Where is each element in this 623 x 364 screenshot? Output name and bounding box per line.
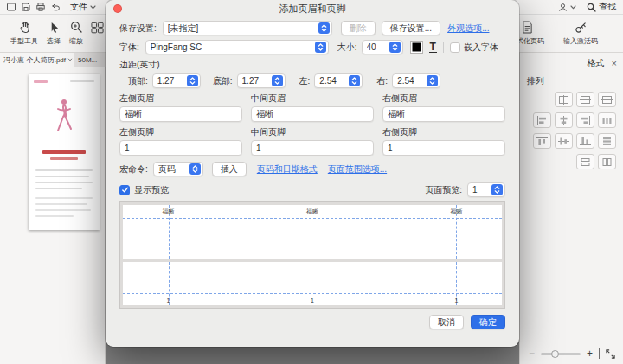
margin-top-label: 顶部: xyxy=(128,75,148,87)
align-bottom-button[interactable] xyxy=(576,133,594,149)
align-center-button[interactable] xyxy=(555,112,573,128)
size-select[interactable]: 40 xyxy=(362,40,403,54)
preview-footer-right: 1 xyxy=(454,297,458,303)
activation-code-button[interactable]: 输入激活码 xyxy=(559,19,602,48)
activation-code-label: 输入激活码 xyxy=(563,36,598,46)
header-left-input[interactable]: 福晰 xyxy=(119,106,242,122)
thumb-text-line xyxy=(35,182,93,183)
cursor-icon xyxy=(48,21,60,34)
close-panel-button[interactable]: × xyxy=(612,59,617,68)
center-vertical-button[interactable] xyxy=(576,92,594,107)
footer-center-input[interactable]: 1 xyxy=(251,140,374,156)
center-horizontal-button[interactable] xyxy=(555,92,573,107)
save-icon[interactable] xyxy=(22,3,30,11)
show-preview-checkbox[interactable] xyxy=(119,185,130,195)
show-preview-label: 显示预览 xyxy=(134,184,169,196)
page-range-options-link[interactable]: 页面范围选项... xyxy=(328,163,387,176)
margin-right-label: 右: xyxy=(376,75,388,87)
thumb-line xyxy=(70,80,94,82)
cancel-button[interactable]: 取消 xyxy=(429,315,464,329)
footer-left-value: 1 xyxy=(125,144,130,153)
margin-bottom-field[interactable]: 1.27 xyxy=(237,73,286,88)
preview-header-right: 福晰 xyxy=(450,208,462,216)
equal-height-button[interactable] xyxy=(598,154,616,169)
preview-header-left: 福晰 xyxy=(163,208,175,216)
header-right-label: 右侧页眉 xyxy=(382,93,505,105)
zoom-slider[interactable] xyxy=(541,353,581,355)
panel-toggle-icon[interactable] xyxy=(7,3,16,11)
preview-page-bottom: 1 1 1 xyxy=(123,262,502,305)
quick-access-icons xyxy=(7,3,60,11)
print-icon[interactable] xyxy=(36,3,45,11)
view-mode-button[interactable] xyxy=(87,20,107,35)
thumb-text-line xyxy=(35,203,87,205)
thumb-logo xyxy=(34,80,48,83)
margin-top-field[interactable]: 1.27 xyxy=(152,73,201,88)
format-panel: 格式 × 排列 xyxy=(519,53,623,364)
zoom-slider-knob[interactable] xyxy=(551,350,559,358)
header-margin-guide xyxy=(123,218,502,219)
grid-view-icon xyxy=(91,22,104,34)
center-both-button[interactable] xyxy=(598,92,616,107)
zoom-tool-button[interactable]: 缩放 xyxy=(65,19,87,48)
font-select[interactable]: PingFang SC xyxy=(145,40,329,54)
font-color-swatch[interactable] xyxy=(410,41,423,54)
distribute-horizontal-button[interactable] xyxy=(598,112,616,128)
appearance-options-link[interactable]: 外观选项... xyxy=(447,22,489,35)
header-right-input[interactable]: 福晰 xyxy=(382,106,505,122)
preview-footer-left: 1 xyxy=(167,297,170,303)
macro-select[interactable]: 页码 xyxy=(153,162,203,176)
dialog-title: 添加页眉和页脚 xyxy=(279,3,346,16)
header-center-label: 中间页眉 xyxy=(251,93,374,105)
underline-toggle[interactable]: T xyxy=(429,42,437,53)
footer-left-input[interactable]: 1 xyxy=(119,140,242,156)
page-thumbnail[interactable] xyxy=(29,74,100,230)
delete-button[interactable]: 删除 xyxy=(341,21,376,35)
stepper-icon xyxy=(349,75,360,86)
undo-icon[interactable] xyxy=(51,3,60,11)
resume-figure xyxy=(53,97,75,142)
document-tab-2[interactable]: 50M... xyxy=(74,53,100,67)
align-left-button[interactable] xyxy=(533,112,551,128)
number-date-format-link[interactable]: 页码和日期格式 xyxy=(257,163,318,176)
distribute-vertical-button[interactable] xyxy=(598,133,616,149)
account-menu[interactable] xyxy=(558,3,576,12)
header-center-value: 福晰 xyxy=(256,108,273,120)
equal-width-button[interactable] xyxy=(576,154,594,169)
save-settings-select[interactable]: [未指定] xyxy=(163,21,332,35)
format-page-icon xyxy=(522,21,533,34)
select-tool-button[interactable]: 选择 xyxy=(42,19,65,48)
fit-page-button[interactable] xyxy=(606,349,615,359)
preview-page-top: 福晰 福晰 福晰 xyxy=(123,205,502,259)
zoom-out-button[interactable]: − xyxy=(529,348,535,360)
document-tab-2-label: 50M... xyxy=(78,56,97,64)
ok-button[interactable]: 确定 xyxy=(471,315,505,329)
margin-bottom-value: 1.27 xyxy=(242,76,268,86)
hand-tool-button[interactable]: 手型工具 xyxy=(6,19,42,48)
stepper-icon xyxy=(272,75,283,86)
footer-center-value: 1 xyxy=(256,144,261,153)
select-tool-label: 选择 xyxy=(47,36,61,46)
margin-left-field[interactable]: 2.54 xyxy=(314,73,363,88)
thumb-subtitle-red xyxy=(50,157,78,160)
zoom-in-button[interactable]: + xyxy=(587,348,593,360)
insert-button[interactable]: 插入 xyxy=(212,162,247,176)
font-label: 字体: xyxy=(119,42,139,54)
footer-right-input[interactable]: 1 xyxy=(382,140,505,156)
footer-left-label: 左侧页脚 xyxy=(119,126,242,138)
find-label: 查找 xyxy=(599,1,616,13)
thumb-text-line xyxy=(35,188,82,189)
document-tab[interactable]: 冯小惠-个人简历.pdf xyxy=(0,53,74,67)
save-settings-button[interactable]: 保存设置... xyxy=(382,21,440,35)
menu-file[interactable]: 文件 xyxy=(70,1,96,13)
find-button[interactable]: 查找 xyxy=(587,1,616,13)
hand-tool-label: 手型工具 xyxy=(10,36,38,46)
close-window-button[interactable] xyxy=(113,4,122,13)
align-middle-button[interactable] xyxy=(555,133,573,149)
header-center-input[interactable]: 福晰 xyxy=(251,106,374,122)
page-preview-stepper[interactable]: 1 xyxy=(467,182,505,197)
margin-right-field[interactable]: 2.54 xyxy=(392,73,440,88)
align-top-button[interactable] xyxy=(533,133,551,149)
embed-font-checkbox[interactable] xyxy=(450,42,460,53)
align-right-button[interactable] xyxy=(576,112,594,128)
